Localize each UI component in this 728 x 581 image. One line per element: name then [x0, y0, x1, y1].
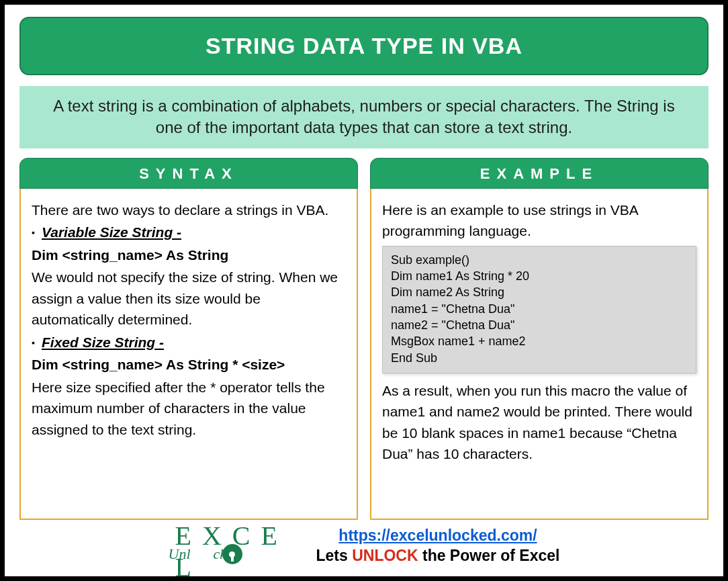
square-bullet-icon: ▪ [32, 336, 35, 350]
syntax-column: SYNTAX There are two ways to declare a s… [19, 158, 358, 520]
syntax-item2-label: Fixed Size String - [42, 332, 164, 353]
example-header: EXAMPLE [370, 158, 709, 189]
keyhole-icon [229, 551, 235, 557]
syntax-body: There are two ways to declare a strings … [19, 189, 358, 520]
code-block: Sub example() Dim name1 As String * 20 D… [382, 246, 696, 373]
syntax-item2-desc: Here size specified after the * operator… [32, 377, 346, 441]
example-result: As a result, when you run this macro the… [382, 380, 696, 465]
tagline-highlight: UNLOCK [352, 547, 418, 564]
footer: E X C E L Unlcked https://excelunlocked.… [19, 523, 709, 570]
example-body: Here is an example to use strings in VBA… [370, 189, 709, 520]
syntax-item1-desc: We would not specify the size of string.… [32, 267, 346, 330]
syntax-lead: There are two ways to declare a strings … [32, 199, 346, 221]
excel-unlocked-logo: E X C E L Unlcked [169, 523, 296, 570]
intro-text: A text string is a combination of alphab… [19, 86, 709, 148]
tagline-suffix: the Power of Excel [418, 547, 560, 564]
syntax-bullet-2: ▪ Fixed Size String - [32, 332, 346, 353]
logo-sub-left: Unl [169, 545, 191, 562]
syntax-header: SYNTAX [19, 158, 358, 189]
syntax-bullet-1: ▪ Variable Size String - [32, 222, 346, 243]
syntax-item2-dim: Dim <string_name> As String * <size> [32, 354, 346, 375]
page-title: STRING DATA TYPE IN VBA [19, 17, 709, 75]
document-frame: STRING DATA TYPE IN VBA A text string is… [0, 0, 728, 581]
syntax-item1-label: Variable Size String - [42, 222, 181, 243]
lock-icon [222, 544, 242, 564]
footer-link[interactable]: https://excelunlocked.com/ [338, 527, 537, 544]
square-bullet-icon: ▪ [32, 226, 35, 240]
footer-text-block: https://excelunlocked.com/ Lets UNLOCK t… [316, 526, 560, 566]
example-column: EXAMPLE Here is an example to use string… [370, 158, 709, 520]
example-lead: Here is an example to use strings in VBA… [382, 199, 696, 242]
content-columns: SYNTAX There are two ways to declare a s… [19, 158, 709, 520]
tagline-prefix: Lets [316, 547, 353, 564]
syntax-item1-dim: Dim <string_name> As String [32, 244, 346, 266]
